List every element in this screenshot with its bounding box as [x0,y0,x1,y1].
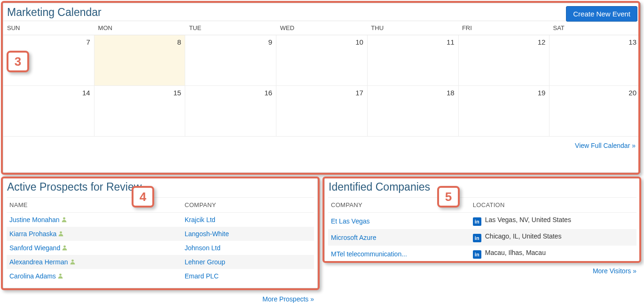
calendar-day-cell[interactable]: 13 [550,35,640,85]
more-prospects-link[interactable]: More Prospects » [262,295,314,303]
calendar-day-cell[interactable]: 10 [276,35,368,85]
more-prospects-row: More Prospects » [3,290,318,305]
linkedin-icon[interactable]: in [473,250,481,259]
linkedin-icon[interactable]: in [473,234,481,242]
prospect-company-link[interactable]: Emard PLC [185,272,219,280]
create-new-event-button[interactable]: Create New Event [566,6,637,22]
table-row: Justine MonahanKrajcik Ltd [7,213,314,227]
calendar-day-cell[interactable]: 17 [276,86,368,136]
day-header: TUE [185,21,276,35]
day-header: WED [276,21,368,35]
calendar-week-row: 78910111213 [3,35,640,86]
view-full-calendar-row: View Full Calendar » [3,137,640,152]
company-name-link[interactable]: MTel telecommunication... [331,250,407,258]
calendar-body: 7891011121314151617181920 [3,35,640,137]
day-header: FRI [458,21,550,35]
prospects-col-name: NAME [7,198,182,213]
table-row: Carolina AdamsEmard PLC [7,269,314,283]
table-row: Alexandrea HermanLehner Group [7,255,314,269]
prospect-name-link[interactable]: Kiarra Prohaska [9,230,56,238]
day-header: SAT [549,21,640,35]
person-icon [70,259,76,265]
prospect-name-link[interactable]: Sanford Wiegand [9,244,60,252]
prospects-tbody: Justine MonahanKrajcik LtdKiarra Prohask… [7,213,314,284]
calendar-day-cell[interactable]: 14 [3,86,94,136]
companies-title: Identified Companies [325,178,640,195]
day-header: SUN [3,21,94,35]
table-row: Et Las VegasinLas Vegas, NV, United Stat… [328,213,636,230]
table-row: Sanford WiegandJohnson Ltd [7,241,314,255]
person-icon [57,273,63,279]
prospect-company-link[interactable]: Lehner Group [185,258,225,266]
company-location: Chicago, IL, United States [485,232,562,240]
prospect-company-link[interactable]: Langosh-White [185,230,229,238]
identified-companies-panel: Identified Companies COMPANY LOCATION Et… [324,177,640,262]
linkedin-icon[interactable]: in [473,217,481,226]
more-visitors-row: More Visitors » [324,262,640,277]
companies-table: COMPANY LOCATION Et Las VegasinLas Vegas… [328,197,636,262]
company-location: Las Vegas, NV, United States [485,216,571,223]
calendar-title: Marketing Calendar [3,3,640,21]
prospects-table: NAME COMPANY Justine MonahanKrajcik LtdK… [7,197,314,283]
table-row: Microsoft AzureinChicago, IL, United Sta… [328,229,636,246]
prospect-company-link[interactable]: Johnson Ltd [185,244,220,252]
person-icon [62,245,68,251]
calendar-day-cell[interactable]: 7 [3,35,94,85]
svg-point-2 [63,246,66,248]
svg-point-0 [63,217,65,220]
calendar-day-cell[interactable]: 9 [185,35,276,85]
day-header: THU [367,21,458,35]
prospect-name-link[interactable]: Carolina Adams [9,272,56,280]
calendar-day-cell[interactable]: 8 [94,35,186,85]
svg-point-1 [60,231,62,234]
svg-point-3 [71,260,74,262]
table-row: MTel telecommunication...inMacau, Ilhas,… [328,246,636,262]
prospect-company-link[interactable]: Krajcik Ltd [185,216,215,223]
prospects-col-company: COMPANY [182,198,314,213]
calendar-day-cell[interactable]: 18 [368,86,459,136]
calendar-day-cell[interactable]: 12 [459,35,550,85]
calendar-day-cell[interactable]: 20 [550,86,640,136]
prospect-name-link[interactable]: Justine Monahan [9,216,60,223]
company-location: Macau, Ilhas, Macau [485,249,546,256]
calendar-day-cell[interactable]: 19 [459,86,550,136]
companies-tbody: Et Las VegasinLas Vegas, NV, United Stat… [328,213,636,262]
person-icon [58,231,64,237]
more-visitors-link[interactable]: More Visitors » [593,267,636,275]
day-header: MON [94,21,186,35]
calendar-day-cell[interactable]: 11 [368,35,459,85]
marketing-calendar-panel: Marketing Calendar Create New Event SUN … [3,3,641,173]
person-icon [61,216,67,223]
calendar-day-header-row: SUN MON TUE WED THU FRI SAT [3,21,640,35]
company-name-link[interactable]: Microsoft Azure [331,234,376,241]
table-row: Kiarra ProhaskaLangosh-White [7,227,314,241]
prospects-title: Active Prospects for Review [3,178,317,195]
calendar-day-cell[interactable]: 16 [185,86,276,136]
view-full-calendar-link[interactable]: View Full Calendar » [575,142,636,149]
companies-col-company: COMPANY [328,198,470,213]
company-name-link[interactable]: Et Las Vegas [331,217,370,225]
svg-point-4 [59,274,62,276]
prospect-name-link[interactable]: Alexandrea Herman [9,258,68,266]
companies-col-location: LOCATION [470,198,636,213]
active-prospects-panel: Active Prospects for Review NAME COMPANY… [3,177,318,288]
calendar-day-cell[interactable]: 15 [94,86,186,136]
calendar-week-row: 14151617181920 [3,86,640,137]
